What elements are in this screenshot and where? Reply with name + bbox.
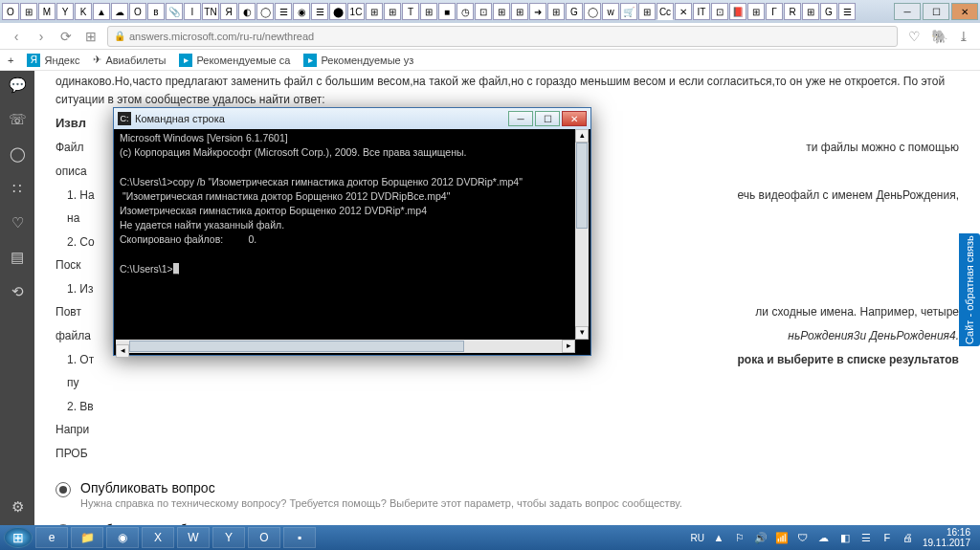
tab-icon[interactable]: w [602,3,619,20]
tab-icon[interactable]: I [184,3,201,20]
tab-icon[interactable]: ⊞ [802,3,819,20]
tab-icon[interactable]: 🛒 [620,3,637,20]
news-icon[interactable]: ▤ [11,249,24,266]
tab-icon[interactable]: Y [56,3,74,20]
tab-icon[interactable]: ⊞ [547,3,565,20]
maximize-button[interactable]: ☐ [535,111,560,126]
scrollbar-horizontal[interactable]: ◂ ▸ [116,340,575,353]
close-button[interactable]: ✕ [951,3,978,20]
speed-dial-button[interactable]: ⊞ [82,28,100,45]
minimize-button[interactable]: ─ [508,111,533,126]
tab-icon[interactable]: ■ [438,3,456,20]
tab-icon[interactable]: TN [202,3,219,20]
tab-icon[interactable]: ☰ [275,3,292,20]
tab-icon[interactable]: T [402,3,419,20]
tray-icon[interactable]: ☰ [859,531,873,544]
heart-icon[interactable]: ♡ [11,214,24,231]
whatsapp-icon[interactable]: ☏ [9,111,27,128]
reload-button[interactable]: ⟳ [57,28,75,45]
tab-icon[interactable]: ▲ [93,3,110,20]
radio-button[interactable] [56,482,71,497]
cmd-window[interactable]: C: Командная строка ─ ☐ ✕ Microsoft Wind… [113,107,591,356]
bookmark-item[interactable]: ▸Рекомендуемые са [179,54,290,67]
language-indicator[interactable]: RU [690,533,703,543]
settings-icon[interactable]: ⚙ [11,498,24,516]
tray-icon[interactable]: ⚐ [733,531,746,544]
tab-icon[interactable]: 📎 [166,3,183,20]
scroll-left-icon[interactable]: ◂ [116,344,129,358]
forward-button[interactable]: › [33,28,50,45]
new-tab-button[interactable]: + [8,55,13,66]
taskbar-app-explorer[interactable]: 📁 [71,527,103,548]
bookmark-item[interactable]: ЯЯндекс [27,54,79,67]
tab-icon[interactable]: Г [766,3,783,20]
scroll-thumb[interactable] [129,341,464,352]
tray-icon[interactable]: 🛡 [796,531,810,544]
tab-icon[interactable]: ◯ [584,3,601,20]
bookmark-icon[interactable]: ♡ [905,28,923,45]
grid-icon[interactable]: ∷ [12,180,22,197]
tab-icon[interactable]: G [566,3,583,20]
camera-icon[interactable]: ◯ [10,145,26,163]
tab-icon[interactable]: ⊞ [366,3,383,20]
scrollbar-vertical[interactable]: ▴ ▾ [575,129,589,340]
taskbar-app-excel[interactable]: X [142,527,174,548]
tab-icon[interactable]: ⊡ [711,3,728,20]
extension-icon[interactable]: 🐘 [930,28,947,45]
tray-icon[interactable]: ☁ [817,531,831,544]
tab-icon[interactable]: в [147,3,165,20]
cmd-titlebar[interactable]: C: Командная строка ─ ☐ ✕ [114,108,590,129]
taskbar-app-chrome[interactable]: ◉ [106,527,139,548]
tab-icon[interactable]: ⊞ [747,3,765,20]
tab-icon[interactable]: Я [220,3,237,20]
tab-icon[interactable]: ⊞ [493,3,510,20]
tab-icon[interactable]: ☰ [838,3,856,20]
minimize-button[interactable]: ─ [894,3,921,20]
scroll-thumb[interactable] [576,143,588,229]
taskbar-app-opera[interactable]: O [248,527,280,548]
feedback-tab[interactable]: Сайт - обратная связь [959,233,980,346]
tab-icon[interactable]: 1С [347,3,365,20]
address-bar[interactable]: 🔒 answers.microsoft.com/ru-ru/newthread [107,26,898,47]
tray-icon[interactable]: 🖨 [902,531,915,544]
tab-active[interactable]: Сс [657,3,674,20]
scroll-down-icon[interactable]: ▾ [575,326,589,340]
cmd-output[interactable]: Microsoft Windows [Version 6.1.7601] (c)… [116,129,589,353]
messenger-icon[interactable]: 💬 [9,77,27,94]
tab-icon[interactable]: K [75,3,92,20]
tab-icon[interactable]: ⬤ [329,3,346,20]
radio-option-question[interactable]: Опубликовать вопрос Нужна справка по тех… [56,480,959,509]
tab-icon[interactable]: ◉ [293,3,310,20]
close-button[interactable]: ✕ [562,111,587,126]
tab-icon[interactable]: ⊞ [20,3,37,20]
history-icon[interactable]: ⟲ [11,283,24,300]
tab-icon[interactable]: ◯ [256,3,274,20]
tab-icon[interactable]: ☰ [311,3,328,20]
taskbar-app-word[interactable]: W [177,527,210,548]
tab-icon[interactable]: ◷ [457,3,474,20]
tray-icon[interactable]: F [880,531,894,544]
tab-icon[interactable]: O [129,3,146,20]
tab-icon[interactable]: O [2,3,19,20]
tab-icon[interactable]: ⊞ [384,3,401,20]
scroll-up-icon[interactable]: ▴ [575,129,589,143]
bookmark-item[interactable]: ✈Авиабилеты [93,54,166,66]
tab-close-icon[interactable]: ✕ [675,3,692,20]
maximize-button[interactable]: ☐ [923,3,949,20]
clock[interactable]: 16:16 19.11.2017 [923,527,970,548]
tab-icon[interactable]: G [820,3,837,20]
taskbar-app-ie[interactable]: e [35,527,68,548]
tab-icon[interactable]: R [784,3,801,20]
tab-icon[interactable]: IT [693,3,710,20]
download-icon[interactable]: ⤓ [955,28,972,45]
tab-icon[interactable]: ⊞ [420,3,437,20]
tab-icon[interactable]: ⊞ [511,3,528,20]
tab-icon[interactable]: ➜ [529,3,546,20]
tab-icon[interactable]: M [38,3,56,20]
tab-icon[interactable]: ⊡ [475,3,492,20]
back-button[interactable]: ‹ [8,28,25,45]
tab-icon[interactable]: ☁ [111,3,128,20]
start-button[interactable]: ⊞ [4,527,33,548]
tab-icon[interactable]: ⊞ [638,3,656,20]
tray-icon[interactable]: ▲ [712,531,725,544]
